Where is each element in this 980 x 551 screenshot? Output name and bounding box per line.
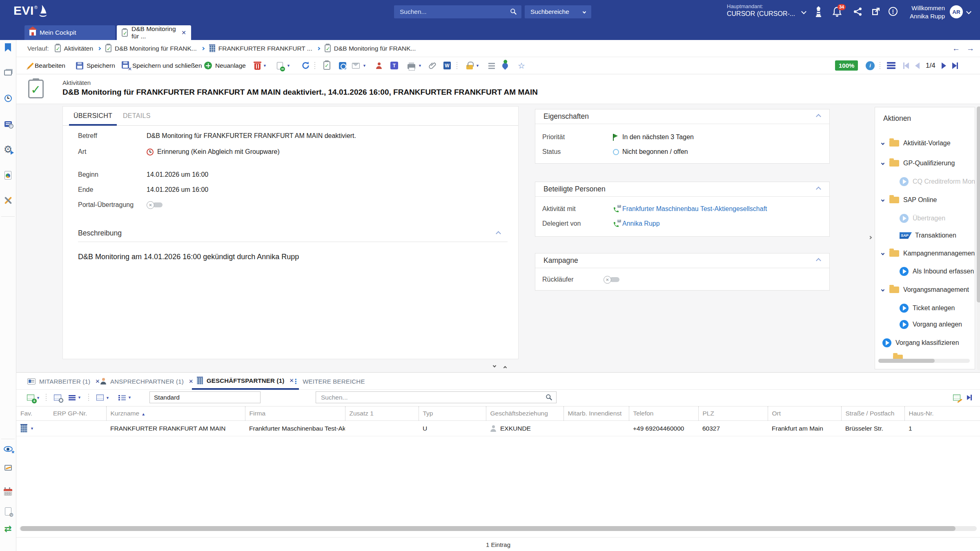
grid-rows-button[interactable]: ▼ [69, 395, 81, 400]
appointment-button[interactable] [339, 57, 346, 74]
print-button[interactable]: ▼ [408, 57, 422, 74]
col-ort[interactable]: Ort [768, 407, 841, 421]
dropdown-icon[interactable]: ▼ [106, 395, 109, 400]
sync-icon[interactable]: ⇄ [2, 523, 14, 535]
col-plz[interactable]: PLZ [698, 407, 768, 421]
action-folder-gp-qualifizierung[interactable]: GP-Qualifizierung [882, 158, 955, 169]
portal-toggle-off[interactable]: ✕ [147, 201, 163, 209]
col-erp-gp-nr[interactable]: ERP GP-Nr. [49, 407, 106, 421]
col-telefon[interactable]: Telefon [629, 407, 698, 421]
edit-button[interactable]: Bearbeiten [30, 57, 65, 74]
delegiert-von-link[interactable]: Annika Rupp [622, 220, 660, 227]
global-search-input[interactable] [394, 5, 521, 18]
action-vorgang-anlegen[interactable]: Vorgang anlegen [900, 319, 962, 330]
row-dropdown-icon[interactable]: ▼ [30, 427, 34, 431]
dropdown-icon[interactable]: ▼ [363, 64, 366, 68]
table-row[interactable]: ▼ FRANKFURTER FRANKFURT AM MAIN Frankfur… [16, 421, 980, 436]
last-record-button[interactable] [952, 62, 958, 69]
calendar-icon[interactable] [2, 486, 14, 497]
stack-list-button[interactable] [488, 57, 495, 74]
aktivitaet-mit-link[interactable]: Frankfurter Maschinenbau Test-Aktiengese… [622, 205, 767, 213]
favorite-button[interactable]: ☆ [518, 57, 525, 74]
dropdown-icon[interactable]: ▼ [263, 64, 267, 68]
table-horizontal-scrollbar[interactable] [20, 526, 977, 531]
collapse-panel-icon[interactable] [816, 258, 821, 263]
breadcrumb-item-monitoring-1[interactable]: D&B Monitoring für FRANK... [105, 44, 197, 52]
previous-record-button[interactable] [915, 62, 920, 69]
dropdown-icon[interactable]: ▼ [78, 395, 81, 400]
grid-search-input[interactable] [316, 391, 557, 403]
user-menu-chevron-icon[interactable] [966, 9, 971, 14]
bookmarks-icon[interactable] [2, 42, 14, 53]
tree-chevron-icon[interactable] [881, 252, 884, 255]
document-settings-icon[interactable] [2, 506, 14, 517]
report-chart-icon[interactable] [2, 169, 14, 181]
collapse-panel-icon[interactable] [816, 187, 821, 192]
col-typ[interactable]: Typ [419, 407, 486, 421]
tab-dnb-monitoring[interactable]: D&B Monitoring für ... ✕ [117, 25, 191, 40]
close-icon[interactable]: ✕ [181, 29, 186, 36]
action-folder-sap-online[interactable]: SAP Online [882, 195, 937, 205]
grid-search-table-button[interactable] [54, 395, 61, 401]
watchlist-eye-icon[interactable] [2, 443, 14, 455]
save-close-button[interactable]: ✕Speichern und schließen [122, 57, 202, 74]
save-button[interactable]: Speichern [76, 57, 115, 74]
email-button[interactable]: ▼ [352, 57, 366, 74]
breadcrumb-item-aktivitaeten[interactable]: Aktivitäten [55, 44, 94, 52]
grid-edit-export-button[interactable] [953, 395, 960, 401]
refresh-button[interactable] [301, 57, 310, 74]
data-quality-badge[interactable]: 100% [835, 57, 858, 74]
tree-chevron-icon[interactable] [881, 198, 884, 202]
dropdown-icon[interactable]: ▼ [287, 64, 290, 68]
avatar[interactable]: AR [950, 5, 963, 18]
tree-chevron-icon[interactable] [881, 142, 884, 145]
action-als-inbound-erfassen[interactable]: Als Inbound erfassen [900, 266, 974, 277]
list-search-icon[interactable] [2, 118, 14, 130]
view-select-input[interactable] [149, 391, 261, 403]
col-zusatz1[interactable]: Zusatz 1 [345, 407, 419, 421]
dropdown-icon[interactable]: ▼ [476, 64, 479, 68]
tab-mitarbeiter[interactable]: MITARBEITER (1) ✕ [22, 373, 105, 390]
action-folder-aktivitaet-vorlage[interactable]: Aktivität-Vorlage [882, 138, 951, 149]
word-export-button[interactable]: W [443, 57, 451, 74]
create-button[interactable]: Neuanlage [204, 57, 246, 74]
col-strasse-postfach[interactable]: Straße / Postfach [841, 407, 904, 421]
menu-button[interactable] [887, 57, 895, 74]
action-folder-vorgangsmanagement[interactable]: Vorgangsmanagement [882, 284, 969, 295]
tab-mein-cockpit[interactable]: Mein Cockpit [24, 25, 115, 40]
col-mitarb-innendienst[interactable]: Mitarb. Innendienst [564, 407, 629, 421]
share-icon[interactable] [853, 7, 862, 18]
history-clock-icon[interactable] [2, 93, 14, 104]
action-transaktionen[interactable]: SAPTransaktionen [900, 230, 956, 241]
windows-stack-icon[interactable] [2, 67, 14, 78]
col-haus-nr[interactable]: Haus-Nr. [904, 407, 980, 421]
col-firma[interactable]: Firma [245, 407, 345, 421]
delete-button[interactable]: ▼ [254, 57, 267, 74]
tenant-chevron-icon[interactable] [801, 9, 806, 14]
info-button[interactable]: i [866, 57, 875, 74]
action-ticket-anlegen[interactable]: Ticket anlegen [900, 303, 955, 313]
external-link-icon[interactable] [871, 7, 880, 18]
grid-add-record-button[interactable]: ▼ [27, 395, 40, 401]
grid-columns-button[interactable]: ▼ [96, 395, 109, 401]
action-vorgang-klassifizieren[interactable]: Vorgang klassifizieren [882, 338, 959, 348]
tools-icon[interactable] [2, 195, 14, 206]
tab-weitere-bereiche[interactable]: ⋮ WEITERE BEREICHE [287, 373, 370, 390]
notifications-bell-icon[interactable]: 34 [832, 7, 842, 19]
add-location-button[interactable] [502, 57, 508, 74]
history-forward-icon[interactable]: → [967, 44, 974, 53]
tree-chevron-icon[interactable] [881, 162, 884, 165]
collapse-panel-icon[interactable] [816, 114, 821, 119]
more-options-icon[interactable]: ⋮ [889, 7, 898, 16]
search-scope-button[interactable]: Suchbereiche [525, 5, 591, 18]
actions-horizontal-scrollbar[interactable] [878, 359, 970, 363]
copy-button[interactable]: ▼ [277, 57, 290, 74]
col-kurzname[interactable]: Kurzname▲ [106, 407, 245, 421]
actions-panel-expander[interactable] [866, 230, 874, 245]
col-geschaeftsbeziehung[interactable]: Geschäftsbeziehung [486, 407, 564, 421]
collapse-up-icon[interactable] [503, 366, 507, 369]
breadcrumb-item-monitoring-2[interactable]: D&B Monitoring für FRANK... [325, 44, 416, 52]
grid-dock-button[interactable] [967, 395, 972, 400]
dropdown-icon[interactable]: ▼ [36, 395, 40, 400]
action-folder-kampagnenmanagement[interactable]: Kampagnenmanagement [882, 248, 975, 259]
